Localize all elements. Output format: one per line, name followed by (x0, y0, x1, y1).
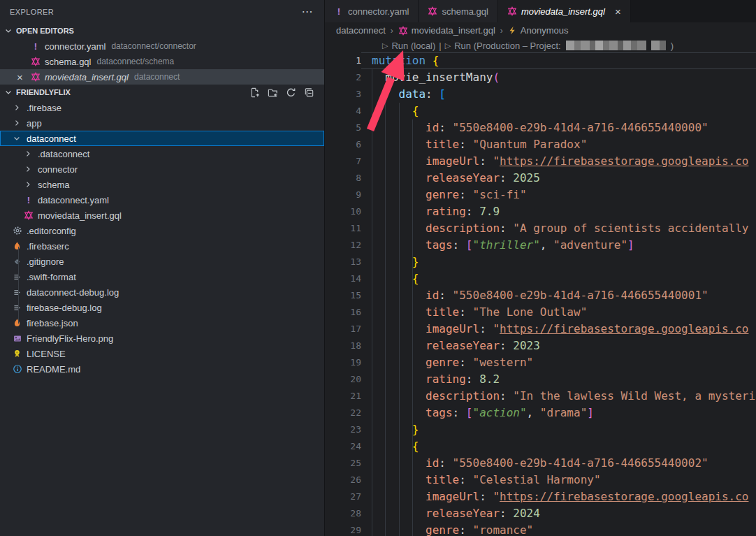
tree-item-firebase-json[interactable]: firebase.json (0, 315, 324, 331)
code-line-4[interactable]: 4 { (325, 103, 756, 119)
file-type-icon-slot (31, 72, 45, 82)
project-header[interactable]: FRIENDLYFLIX (0, 85, 324, 100)
open-editor-moviedata-insert-gql[interactable]: ×moviedata_insert.gqldataconnect (0, 69, 324, 85)
code-line-26[interactable]: 26 title: "Celestial Harmony" (325, 472, 756, 488)
line-number: 9 (325, 187, 361, 203)
chevron-down-icon (3, 87, 14, 98)
close-icon[interactable]: × (615, 6, 621, 17)
tree-item-swift-format[interactable]: .swift-format (0, 269, 324, 284)
code-line-content: tags: ["action", "drama"] (361, 405, 756, 421)
code-line-content: { (361, 270, 756, 287)
tree-item-firebaserc[interactable]: .firebaserc (0, 238, 324, 254)
line-number: 6 (325, 136, 361, 153)
open-editor-connector-yaml[interactable]: !connector.yamldataconnect/connector (0, 38, 324, 54)
code-line-28[interactable]: 28 releaseYear: 2024 (325, 505, 756, 522)
code-line-27[interactable]: 27 imageUrl: "https://firebasestorage.go… (325, 488, 756, 505)
code-line-13[interactable]: 13 } (325, 254, 756, 270)
code-line-15[interactable]: 15 id: "550e8400-e29b-41d4-a716-44665544… (325, 287, 756, 304)
code-line-content: { (361, 438, 756, 455)
code-line-23[interactable]: 23 } (325, 421, 756, 438)
breadcrumb-label: moviedata_insert.gql (412, 25, 495, 36)
breadcrumb-label: Anonymous (521, 25, 569, 36)
tree-item-firebase[interactable]: .firebase (0, 100, 324, 115)
code-line-1[interactable]: 1mutation { (325, 52, 756, 69)
tree-item-dataconnect-yaml[interactable]: !dataconnect.yaml (0, 192, 324, 208)
code-line-content: genre: "sci-fi" (361, 187, 756, 203)
file-tree: .firebaseappdataconnect.dataconnectconne… (0, 100, 324, 377)
code-line-content: rating: 7.9 (361, 203, 756, 220)
close-icon[interactable]: × (17, 71, 31, 83)
code-line-8[interactable]: 8 releaseYear: 2025 (325, 170, 756, 187)
code-line-3[interactable]: 3 data: [ (325, 86, 756, 103)
file-type-icon-slot (31, 57, 45, 66)
code-line-22[interactable]: 22 tags: ["action", "drama"] (325, 405, 756, 421)
code-line-content: rating: 8.2 (361, 371, 756, 388)
code-line-19[interactable]: 19 genre: "western" (325, 354, 756, 371)
tree-item-dataconnect[interactable]: dataconnect (0, 131, 324, 146)
code-line-11[interactable]: 11 description: "A group of scientists a… (325, 220, 756, 237)
code-line-14[interactable]: 14 { (325, 270, 756, 287)
code-line-content: mutation { (361, 52, 756, 69)
tab-label: schema.gql (442, 6, 488, 17)
code-line-16[interactable]: 16 title: "The Lone Outlaw" (325, 304, 756, 321)
tree-item-gitignore[interactable]: .gitignore (0, 254, 324, 269)
new-folder-icon[interactable] (267, 87, 278, 98)
new-file-icon[interactable] (249, 87, 260, 98)
open-editor-schema-gql[interactable]: schema.gqldataconnect/schema (0, 54, 324, 69)
line-number: 2 (325, 69, 361, 86)
tree-item-label: dataconnect.yaml (38, 195, 109, 205)
tree-item-dataconnect-debug-log[interactable]: dataconnect-debug.log (0, 284, 324, 300)
chevron-right-icon (13, 119, 25, 127)
open-editor-description: dataconnect/schema (96, 57, 174, 66)
code-line-content: releaseYear: 2025 (361, 170, 756, 187)
code-line-17[interactable]: 17 imageUrl: "https://firebasestorage.go… (325, 321, 756, 338)
collapse-all-icon[interactable] (303, 87, 314, 98)
code-line-12[interactable]: 12 tags: ["thriller", "adventure"] (325, 237, 756, 254)
tree-item-firebase-debug-log[interactable]: firebase-debug.log (0, 300, 324, 315)
redacted-project-id (566, 41, 666, 50)
flame-icon (13, 241, 25, 251)
code-line-content: title: "Quantum Paradox" (361, 136, 756, 153)
run-local-link[interactable]: Run (local) (391, 41, 435, 51)
code-line-5[interactable]: 5 id: "550e8400-e29b-41d4-a716-446655440… (325, 119, 756, 136)
license-icon (13, 349, 25, 358)
code-line-2[interactable]: 2 movie_insertMany( (325, 69, 756, 86)
tree-item-connector[interactable]: connector (0, 161, 324, 177)
tab-schema-gql[interactable]: schema.gql (419, 0, 497, 22)
tab-connector-yaml[interactable]: !connector.yaml (325, 0, 419, 22)
refresh-icon[interactable] (285, 87, 296, 98)
code-line-20[interactable]: 20 rating: 8.2 (325, 371, 756, 388)
breadcrumb-item-moviedata-insert-gql[interactable]: moviedata_insert.gql (398, 25, 495, 36)
code-line-7[interactable]: 7 imageUrl: "https://firebasestorage.goo… (325, 153, 756, 170)
code-line-21[interactable]: 21 description: "In the lawless Wild Wes… (325, 388, 756, 405)
code-line-24[interactable]: 24 { (325, 438, 756, 455)
breadcrumb-item-dataconnect[interactable]: dataconnect (336, 25, 386, 36)
breadcrumb-item-anonymous[interactable]: Anonymous (508, 25, 569, 36)
tree-item-license[interactable]: LICENSE (0, 346, 324, 361)
file-type-icon-slot: ! (31, 41, 45, 52)
open-editors-header[interactable]: OPEN EDITORS (0, 23, 324, 38)
tree-item-dataconnect[interactable]: .dataconnect (0, 146, 324, 161)
tree-item-label: FriendlyFlix-Hero.png (27, 333, 113, 344)
tree-item-moviedata-insert-gql[interactable]: moviedata_insert.gql (0, 208, 324, 223)
codelens: ▷ Run (local) | ▷ Run (Production – Proj… (382, 38, 674, 52)
tree-item-app[interactable]: app (0, 115, 324, 131)
tree-item-friendlyflix-hero-png[interactable]: FriendlyFlix-Hero.png (0, 331, 324, 346)
code-line-18[interactable]: 18 releaseYear: 2023 (325, 338, 756, 354)
indent-guide (399, 103, 400, 536)
more-actions-icon[interactable]: ⋯ (302, 8, 313, 15)
code-editor[interactable]: 1mutation {2 movie_insertMany(3 data: [4… (325, 52, 756, 536)
tree-item-readme-md[interactable]: README.md (0, 361, 324, 377)
code-line-25[interactable]: 25 id: "550e8400-e29b-41d4-a716-44665544… (325, 455, 756, 472)
tab-moviedata-insert-gql[interactable]: moviedata_insert.gql× (498, 0, 631, 22)
run-production-link[interactable]: Run (Production – Project: (454, 41, 560, 51)
tree-item-editorconfig[interactable]: .editorconfig (0, 223, 324, 238)
tree-item-schema[interactable]: schema (0, 177, 324, 192)
code-line-29[interactable]: 29 genre: "romance" (325, 522, 756, 536)
code-line-9[interactable]: 9 genre: "sci-fi" (325, 187, 756, 203)
code-line-10[interactable]: 10 rating: 7.9 (325, 203, 756, 220)
line-number: 15 (325, 287, 361, 304)
tree-item-label: app (27, 118, 42, 129)
chevron-right-icon (24, 150, 36, 158)
code-line-6[interactable]: 6 title: "Quantum Paradox" (325, 136, 756, 153)
